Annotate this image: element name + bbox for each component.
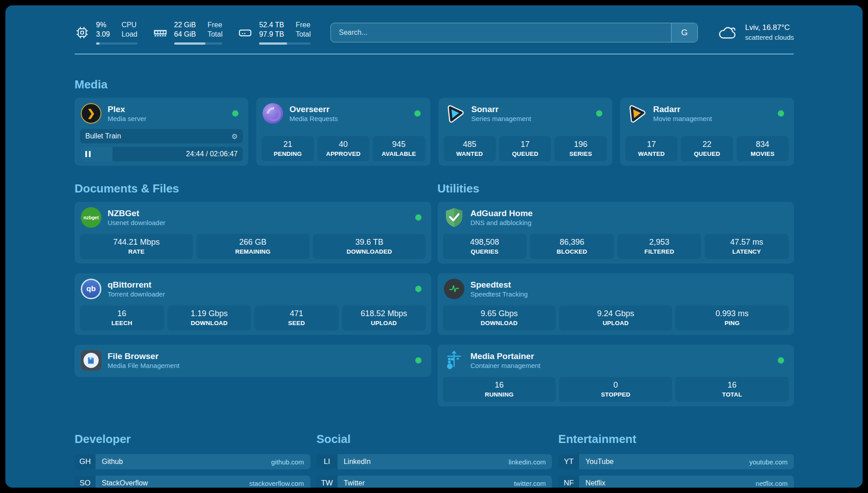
stackoverflow-abbr: SO <box>75 476 96 488</box>
plex-progress-row: 24:44 / 02:06:47 <box>80 147 243 161</box>
section-title-social: Social <box>317 432 552 446</box>
weather-widget[interactable]: Lviv, 16.87°C scattered clouds <box>718 23 794 42</box>
documents-column: Documents & Files nzbget NZBGet Usenet d… <box>75 182 431 406</box>
portainer-card[interactable]: Media Portainer Container management 16 … <box>438 345 794 406</box>
twitter-abbr: TW <box>317 476 338 488</box>
dashboard-page: 9% 3.09 CPU Load <box>5 5 863 488</box>
sonarr-icon <box>445 103 465 124</box>
bookmark-youtube[interactable]: YT YouTube youtube.com <box>558 454 794 469</box>
linkedin-abbr: LI <box>317 454 338 469</box>
system-stats: 9% 3.09 CPU Load <box>75 21 311 45</box>
plex-now-playing-title: Bullet Train <box>85 132 121 140</box>
radarr-icon <box>626 103 647 124</box>
disk-free-label: Free <box>296 21 311 30</box>
radarr-stat-queued: 22 QUEUED <box>681 136 733 161</box>
overseerr-status-dot <box>414 110 421 117</box>
ram-total-value: 64 GiB <box>174 30 196 39</box>
filebrowser-icon <box>81 350 101 371</box>
cpu-progress-bar <box>96 42 138 45</box>
qbittorrent-subtitle: Torrent downloader <box>108 290 165 299</box>
netflix-url: netflix.com <box>755 480 788 487</box>
filebrowser-subtitle: Media File Management <box>108 362 179 370</box>
bookmark-stackoverflow[interactable]: SO StackOverflow stackoverflow.com <box>75 476 310 488</box>
github-abbr: GH <box>75 454 96 469</box>
cpu-load-value: 3.09 <box>96 30 110 39</box>
bookmarks-developer: Developer GH Github github.com SO StackO… <box>75 432 310 488</box>
adguard-stat-latency: 47.57 ms LATENCY <box>705 234 789 259</box>
portainer-subtitle: Container management <box>471 362 541 370</box>
search-input[interactable] <box>331 23 671 42</box>
pause-icon[interactable] <box>85 151 91 157</box>
overseerr-stat-available: 945 AVAILABLE <box>373 136 425 161</box>
youtube-abbr: YT <box>558 454 579 469</box>
overseerr-name: Overseerr <box>289 104 338 115</box>
youtube-name: YouTube <box>585 458 613 466</box>
radarr-card[interactable]: Radarr Movie management 17 WANTED 22 QUE… <box>620 98 794 166</box>
search-bar: G <box>330 23 698 42</box>
speedtest-stat-download: 9.65 Gbps DOWNLOAD <box>443 305 556 330</box>
disk-total-label: Total <box>296 30 311 39</box>
radarr-stat-wanted: 17 WANTED <box>626 136 677 161</box>
cpu-progress-fill <box>96 42 100 45</box>
disk-stat: 52.4 TB 97.9 TB Free Total <box>238 21 311 45</box>
speedtest-card[interactable]: Speedtest Speedtest Tracking 9.65 Gbps D… <box>438 273 794 335</box>
nzbget-card[interactable]: nzbget NZBGet Usenet downloader 744.21 M… <box>75 202 431 263</box>
utilities-column: Utilities AdGuard Home DNS and adblockin… <box>438 182 794 406</box>
section-title-developer: Developer <box>75 432 310 446</box>
cpu-stat: 9% 3.09 CPU Load <box>75 21 138 45</box>
stackoverflow-name: StackOverflow <box>102 479 148 487</box>
disk-progress-bar <box>259 42 311 45</box>
bookmark-netflix[interactable]: NF Netflix netflix.com <box>558 476 794 488</box>
plex-time-display: 24:44 / 02:06:47 <box>186 150 238 158</box>
overseerr-stat-pending: 21 PENDING <box>262 136 313 161</box>
media-row: ❯ Plex Media server Bullet Train ⚙ 24:44 <box>75 98 794 166</box>
cpu-label: CPU <box>121 21 138 30</box>
disk-icon <box>238 25 253 40</box>
qbittorrent-icon: qb <box>81 279 101 299</box>
nzbget-stat-remaining: 266 GB REMAINING <box>196 234 309 259</box>
plex-card[interactable]: ❯ Plex Media server Bullet Train ⚙ 24:44 <box>75 98 248 166</box>
netflix-abbr: NF <box>558 476 579 488</box>
nzbget-stat-rate: 744.21 Mbps RATE <box>80 234 193 259</box>
weather-location: Lviv, 16.87°C <box>745 23 794 33</box>
sonarr-stat-series: 196 SERIES <box>555 136 606 161</box>
bookmarks-entertainment: Entertainment YT YouTube youtube.com NF … <box>558 432 794 488</box>
plex-subtitle: Media server <box>108 115 146 123</box>
filebrowser-card[interactable]: File Browser Media File Management <box>75 345 431 377</box>
bookmark-linkedin[interactable]: LI LinkedIn linkedin.com <box>317 454 552 469</box>
sonarr-subtitle: Series management <box>472 115 531 123</box>
sonarr-stat-queued: 17 QUEUED <box>499 136 551 161</box>
sonarr-card[interactable]: Sonarr Series management 485 WANTED 17 Q… <box>438 98 612 166</box>
portainer-stat-stopped: 0 STOPPED <box>559 377 672 402</box>
portainer-icon <box>444 350 464 371</box>
disk-total-value: 97.9 TB <box>259 30 284 39</box>
overseerr-card[interactable]: Overseerr Media Requests 21 PENDING 40 A… <box>256 98 430 166</box>
radarr-name: Radarr <box>653 104 712 115</box>
section-title-entertainment: Entertainment <box>558 432 794 446</box>
bookmark-twitter[interactable]: TW Twitter twitter.com <box>317 476 552 488</box>
search-provider-button[interactable]: G <box>671 23 697 42</box>
ram-total-label: Total <box>208 30 223 39</box>
netflix-name: Netflix <box>585 479 605 487</box>
plex-name: Plex <box>108 104 146 115</box>
disk-free-value: 52.4 TB <box>259 21 284 30</box>
speedtest-name: Speedtest <box>471 280 528 290</box>
nzbget-name: NZBGet <box>108 208 165 219</box>
window-frame: 9% 3.09 CPU Load <box>0 0 868 493</box>
bookmark-github[interactable]: GH Github github.com <box>75 454 310 469</box>
speedtest-stat-ping: 0.993 ms PING <box>676 305 789 330</box>
cpu-load-label: Load <box>121 30 138 39</box>
qbittorrent-stat-download: 1.19 Gbps DOWNLOAD <box>167 305 251 330</box>
portainer-stat-total: 16 TOTAL <box>676 377 789 402</box>
adguard-card[interactable]: AdGuard Home DNS and adblocking 498,508 … <box>438 202 794 263</box>
adguard-icon <box>444 207 464 228</box>
adguard-stat-blocked: 86,396 BLOCKED <box>530 234 614 259</box>
stackoverflow-url: stackoverflow.com <box>249 480 304 487</box>
sonarr-status-dot <box>596 110 602 117</box>
adguard-stat-queries: 498,508 QUERIES <box>443 234 527 259</box>
radarr-subtitle: Movie management <box>653 115 712 123</box>
gear-icon[interactable]: ⚙ <box>231 132 238 141</box>
qbittorrent-card[interactable]: qb qBittorrent Torrent downloader 16 LEE… <box>75 273 431 335</box>
overseerr-subtitle: Media Requests <box>289 115 338 123</box>
nzbget-stat-downloaded: 39.6 TB DOWNLOADED <box>313 234 426 259</box>
